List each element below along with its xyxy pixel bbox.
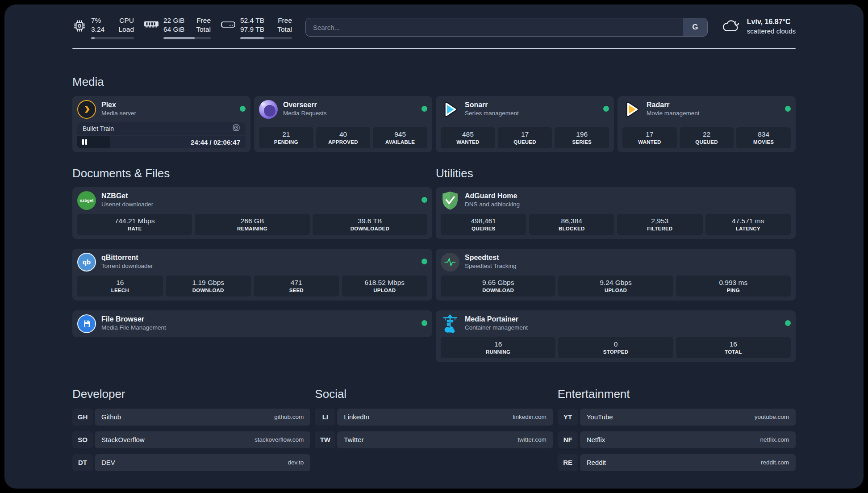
stat-block: 16 RUNNING xyxy=(441,337,555,358)
stat-block: 744.21 Mbps RATE xyxy=(77,214,192,235)
nzbget-icon: nzbget xyxy=(77,191,96,210)
memory-stat-group: 22 GiB 64 GiB Free Total xyxy=(144,16,211,39)
bookmark-url: netflix.com xyxy=(760,436,789,443)
stat-block: 9.65 Gbps DOWNLOAD xyxy=(441,276,555,297)
bookmark-name: YouTube xyxy=(587,413,613,421)
disk-stat-group: 52.4 TB 97.9 TB Free Total xyxy=(221,16,292,39)
search-input[interactable] xyxy=(306,18,707,36)
bookmark-name: Netflix xyxy=(587,436,605,443)
playback-time: 24:44 / 02:06:47 xyxy=(191,138,240,146)
stat-block: 17 QUEUED xyxy=(498,127,552,148)
section-title-utilities: Utilities xyxy=(436,167,796,180)
service-card-radarr[interactable]: Radarr Movie management 17 WANTED 22 QUE… xyxy=(618,96,796,152)
stat-block: 618.52 Mbps UPLOAD xyxy=(342,276,428,297)
bookmark-url: stackoverflow.com xyxy=(255,436,304,443)
service-title: Media Portainer xyxy=(465,315,780,323)
bookmark-github[interactable]: GH Github github.com xyxy=(72,409,310,426)
radarr-icon xyxy=(622,100,641,119)
bookmark-twitter[interactable]: TW Twitter twitter.com xyxy=(315,431,553,448)
bookmark-abbr: RE xyxy=(558,454,578,471)
qbittorrent-icon: qb xyxy=(77,253,96,272)
bookmark-abbr: LI xyxy=(315,409,335,426)
service-card-speedtest[interactable]: Speedtest Speedtest Tracking 9.65 Gbps D… xyxy=(436,249,796,301)
bookmark-url: youtube.com xyxy=(755,414,789,420)
service-title: NZBGet xyxy=(101,192,416,200)
stat-block: 9.24 Gbps UPLOAD xyxy=(558,276,673,297)
status-dot xyxy=(603,106,609,112)
service-subtitle: Torrent downloader xyxy=(101,263,416,269)
stat-block: 266 GB REMAINING xyxy=(195,214,309,235)
speedtest-icon xyxy=(441,253,459,272)
bookmark-netflix[interactable]: NF Netflix netflix.com xyxy=(558,431,796,448)
cloud-icon xyxy=(721,17,742,35)
filebrowser-icon xyxy=(77,314,96,333)
service-card-qbittorrent[interactable]: qb qBittorrent Torrent downloader 16 LEE… xyxy=(72,249,432,301)
portainer-icon xyxy=(441,314,459,333)
service-title: Sonarr xyxy=(465,101,598,109)
status-dot xyxy=(421,197,427,203)
cpu-usage-value: 7% xyxy=(91,16,104,25)
stat-block: 0.993 ms PING xyxy=(676,276,791,297)
status-dot xyxy=(240,106,246,112)
bookmark-dev[interactable]: DT DEV dev.to xyxy=(72,454,310,471)
bookmark-linkedin[interactable]: LI LinkedIn linkedin.com xyxy=(315,409,553,426)
memory-icon xyxy=(144,19,159,31)
service-card-overseerr[interactable]: Overseerr Media Requests 21 PENDING 40 A… xyxy=(254,96,432,152)
bookmark-abbr: SO xyxy=(72,431,93,448)
status-dot xyxy=(421,320,427,326)
service-title: Speedtest xyxy=(465,254,791,262)
bookmark-name: Github xyxy=(101,413,121,421)
now-playing-widget: Bullet Train xyxy=(77,119,246,148)
stat-block: 498,461 QUERIES xyxy=(441,214,526,235)
service-card-portainer[interactable]: Media Portainer Container management 16 … xyxy=(436,310,796,362)
search-provider-button[interactable]: G xyxy=(683,18,707,36)
service-card-filebrowser[interactable]: File Browser Media File Management xyxy=(72,310,432,337)
stat-block: 945 AVAILABLE xyxy=(373,127,427,148)
stat-block: 47.571 ms LATENCY xyxy=(705,214,791,235)
service-subtitle: Usenet downloader xyxy=(101,201,416,208)
service-card-plex[interactable]: Plex Media server Bullet Train xyxy=(72,96,250,152)
dashboard: 7% 3.24 CPU Load xyxy=(4,4,864,489)
service-subtitle: Speedtest Tracking xyxy=(465,263,791,269)
plex-icon xyxy=(77,100,96,119)
disk-icon xyxy=(221,19,236,32)
stat-block: 22 QUEUED xyxy=(680,127,734,148)
service-card-sonarr[interactable]: Sonarr Series management 485 WANTED 17 Q… xyxy=(436,96,614,152)
adguard-icon xyxy=(441,191,459,210)
section-title-media: Media xyxy=(72,75,796,89)
sonarr-icon xyxy=(441,100,459,119)
bookmark-abbr: GH xyxy=(72,409,93,426)
bookmark-url: reddit.com xyxy=(761,459,789,466)
section-title-entertainment: Entertainment xyxy=(558,387,796,401)
bookmark-reddit[interactable]: RE Reddit reddit.com xyxy=(558,454,796,471)
bookmark-name: StackOverflow xyxy=(101,436,145,443)
bookmark-url: twitter.com xyxy=(517,436,547,443)
section-title-documents: Documents & Files xyxy=(72,167,432,180)
service-subtitle: Movie management xyxy=(647,110,780,117)
service-title: Plex xyxy=(101,101,234,109)
service-title: File Browser xyxy=(101,315,416,323)
cpu-stat-group: 7% 3.24 CPU Load xyxy=(72,16,134,39)
stat-block: 471 SEED xyxy=(254,276,339,297)
service-title: AdGuard Home xyxy=(465,192,791,200)
overseerr-icon xyxy=(259,100,278,119)
service-subtitle: Media Requests xyxy=(283,110,416,117)
playback-progress-bar: 24:44 / 02:06:47 xyxy=(77,136,246,148)
pause-button[interactable] xyxy=(82,139,87,145)
bookmark-stackoverflow[interactable]: SO StackOverflow stackoverflow.com xyxy=(72,431,310,448)
status-dot xyxy=(421,259,427,264)
cpu-load-label: Load xyxy=(119,25,134,34)
bookmark-abbr: TW xyxy=(315,431,335,448)
disk-free-label: Free xyxy=(277,16,292,25)
stat-block: 40 APPROVED xyxy=(316,127,371,148)
service-card-adguard[interactable]: AdGuard Home DNS and adblocking 498,461 … xyxy=(436,187,796,239)
disk-free-value: 52.4 TB xyxy=(240,16,264,25)
cpu-usage-label: CPU xyxy=(119,16,134,25)
bookmark-url: github.com xyxy=(274,414,304,420)
service-card-nzbget[interactable]: nzbget NZBGet Usenet downloader 744.21 M… xyxy=(72,187,432,239)
bookmark-youtube[interactable]: YT YouTube youtube.com xyxy=(558,409,796,426)
memory-free-value: 22 GiB xyxy=(163,16,184,25)
bookmark-url: linkedin.com xyxy=(513,414,547,420)
stat-block: 86,384 BLOCKED xyxy=(529,214,615,235)
weather-widget[interactable]: Lviv, 16.87°C scattered clouds xyxy=(721,17,796,36)
